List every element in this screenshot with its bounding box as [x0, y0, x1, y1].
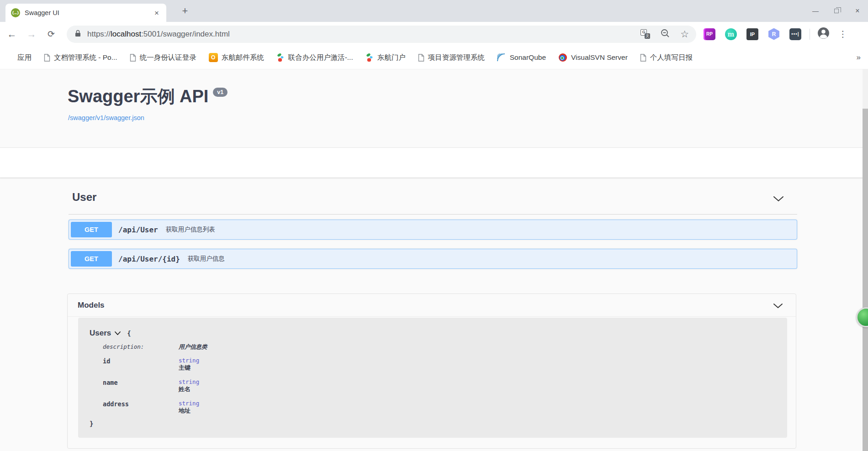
bookmark-visualsvn[interactable]: VisualSVN Server: [558, 53, 628, 62]
forward-button[interactable]: →: [24, 26, 39, 42]
page-icon: [44, 54, 50, 62]
operation-summary: 获取用户信息: [188, 255, 225, 263]
browser-tab[interactable]: {…} Swagger UI ×: [5, 4, 166, 22]
property-type: string: [179, 357, 199, 364]
property-description: 主键: [179, 364, 199, 372]
extension-ip-icon[interactable]: IP: [746, 28, 758, 40]
model-description-row: description: 用户信息类: [103, 343, 144, 350]
property-name: address: [103, 400, 129, 408]
models-collapse-button[interactable]: [773, 302, 783, 310]
method-badge-get: GET: [71, 222, 112, 237]
bookmark-label: VisualSVN Server: [571, 53, 628, 62]
users-model-card: Users { description: 用户信息类 id string 主键: [78, 318, 787, 438]
scrollbar-thumb[interactable]: [863, 109, 868, 451]
page-icon: [130, 54, 136, 62]
spec-json-link[interactable]: /swagger/v1/swagger.json: [68, 114, 144, 121]
orange-o-icon: O: [209, 53, 218, 62]
reload-button[interactable]: ⟳: [43, 26, 59, 42]
bookmark-office-activation[interactable]: 联合办公用户激活-...: [276, 53, 353, 63]
operation-get-users[interactable]: GET /api/User 获取用户信息列表: [69, 220, 797, 240]
zoom-out-icon[interactable]: [660, 28, 670, 40]
url-host: localhost: [111, 30, 141, 38]
window-restore-button[interactable]: [826, 0, 847, 22]
bookmark-label: 东航邮件系统: [222, 53, 264, 63]
window-controls: — ×: [805, 0, 868, 22]
tab-strip: {…} Swagger UI × + — ×: [0, 0, 868, 22]
bookmark-label: SonarQube: [510, 53, 546, 62]
translate-icon[interactable]: G文: [640, 29, 650, 39]
models-header[interactable]: Models: [68, 294, 796, 317]
window-close-button[interactable]: ×: [847, 0, 868, 22]
bookmark-label: 统一身份认证登录: [140, 53, 196, 63]
sonarqube-icon: [497, 53, 506, 62]
restore-icon: [834, 9, 839, 13]
property-description: 姓名: [179, 386, 199, 393]
operation-path: /api/User: [118, 226, 158, 234]
bookmark-daily-report[interactable]: 个人填写日报: [640, 53, 693, 63]
chevron-down-icon: [773, 196, 784, 202]
extension-password-icon[interactable]: •••|: [789, 28, 801, 40]
lock-icon[interactable]: [75, 30, 81, 39]
extension-r-icon[interactable]: R: [768, 28, 780, 40]
bookmark-label: 项目资源管理系统: [428, 53, 485, 63]
page-scrollbar[interactable]: [863, 69, 868, 451]
browser-toolbar: ← → ⟳ https://localhost:5001/swagger/ind…: [0, 22, 868, 46]
bookmark-identity-login[interactable]: 统一身份认证登录: [130, 53, 196, 63]
tag-user-heading[interactable]: User: [72, 191, 96, 204]
swagger-favicon-icon: {…}: [11, 8, 20, 17]
bookmark-label: 东航门户: [377, 53, 406, 63]
bookmark-portal[interactable]: 东航门户: [365, 53, 406, 63]
swagger-favicon-glyph: {…}: [12, 10, 19, 15]
tag-user-collapse-button[interactable]: [773, 195, 784, 204]
model-name: Users: [90, 329, 111, 338]
chevron-down-icon: [115, 331, 121, 335]
models-title: Models: [78, 301, 105, 310]
visualsvn-icon: [558, 53, 567, 62]
colorful-logo-icon: [276, 53, 285, 62]
bookmark-label: 文档管理系统 - Po...: [54, 53, 117, 63]
page-icon: [640, 54, 646, 62]
browser-window: {…} Swagger UI × + — × ← → ⟳ https://loc…: [0, 0, 868, 451]
model-property-row: name string 姓名: [103, 378, 514, 387]
version-badge: v1: [213, 88, 228, 97]
model-toggle-button[interactable]: [115, 331, 121, 335]
toolbar-separator: [810, 29, 810, 40]
back-button[interactable]: ←: [4, 26, 20, 42]
api-title: Swagger示例 APIv1: [68, 85, 228, 108]
bookmark-sonarqube[interactable]: SonarQube: [497, 53, 546, 62]
close-brace: }: [90, 420, 93, 427]
window-minimize-button[interactable]: —: [805, 0, 826, 22]
browser-menu-icon[interactable]: ⋮: [836, 30, 850, 38]
new-tab-button[interactable]: +: [179, 5, 191, 17]
bookmark-project-resource[interactable]: 项目资源管理系统: [418, 53, 485, 63]
url-path: :5001/swagger/index.html: [141, 30, 230, 38]
property-name: name: [103, 379, 118, 386]
api-title-text: Swagger示例 API: [68, 87, 208, 106]
profile-avatar[interactable]: [817, 27, 830, 41]
bookmark-mail-system[interactable]: O 东航邮件系统: [209, 53, 264, 63]
property-name: id: [103, 357, 110, 365]
bookmark-doc-system[interactable]: 文档管理系统 - Po...: [44, 53, 117, 63]
extension-rp-icon[interactable]: RP: [704, 28, 715, 40]
model-property-row: address string 地址: [103, 400, 514, 408]
floating-assistant-ball[interactable]: [856, 307, 868, 327]
description-value: 用户信息类: [179, 343, 361, 351]
url-text[interactable]: https://localhost:5001/swagger/index.htm…: [87, 30, 640, 39]
description-label: description:: [103, 343, 144, 350]
chevron-down-icon: [773, 303, 783, 309]
model-property-row: id string 主键: [103, 357, 514, 365]
bookmark-label: 应用: [17, 53, 32, 63]
address-bar[interactable]: https://localhost:5001/swagger/index.htm…: [67, 26, 696, 43]
operation-get-user-by-id[interactable]: GET /api/User/{id} 获取用户信息: [69, 249, 797, 269]
bookmark-label: 个人填写日报: [650, 53, 693, 63]
bookmark-apps[interactable]: 应用: [6, 53, 32, 63]
property-type: string: [179, 400, 199, 407]
bookmark-star-icon[interactable]: ☆: [680, 29, 689, 39]
users-model-header[interactable]: Users {: [90, 329, 131, 338]
bookmarks-overflow-icon[interactable]: »: [857, 53, 861, 62]
extension-m-icon[interactable]: m: [725, 28, 737, 40]
tab-close-icon[interactable]: ×: [153, 8, 161, 18]
extensions-area: RP m IP R •••|: [704, 28, 801, 40]
url-scheme: https://: [87, 30, 111, 38]
colorful-logo-icon: [365, 53, 374, 62]
